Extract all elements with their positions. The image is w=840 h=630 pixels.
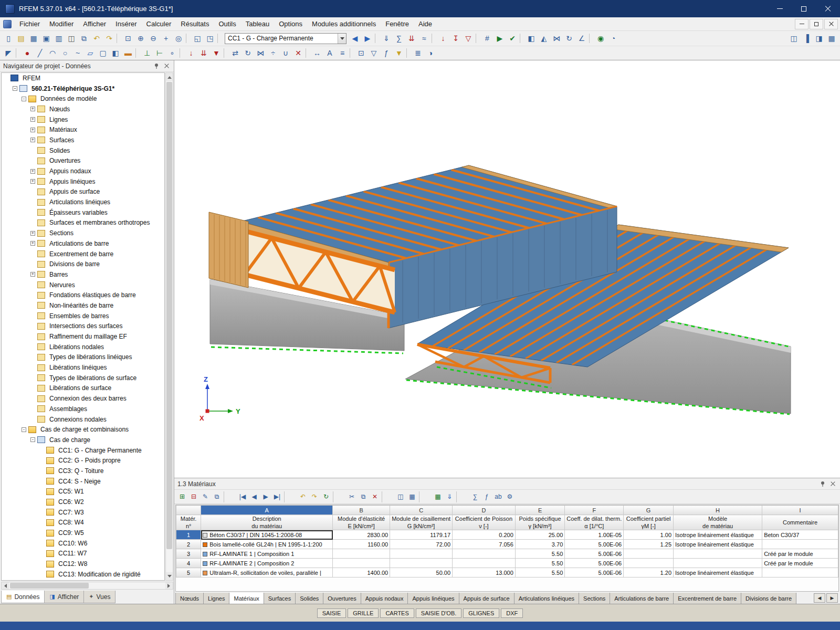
table-tab[interactable]: Appuis linéiques xyxy=(407,593,459,604)
row-number[interactable]: 3 xyxy=(176,549,201,559)
comment-cell[interactable] xyxy=(762,540,838,549)
table-tab[interactable]: Articulations linéiques xyxy=(514,593,579,604)
value-cell[interactable] xyxy=(390,549,453,559)
line-support-icon[interactable]: ⊢ xyxy=(153,47,166,59)
surface-load-icon[interactable]: ▽ xyxy=(462,33,475,45)
value-cell[interactable] xyxy=(333,549,390,559)
tree-item[interactable]: CC7: W3 xyxy=(2,507,164,518)
table-window-layout-icon[interactable]: ◳ xyxy=(204,33,216,45)
table-row[interactable]: 4RF-LAMINATE 2 | Composition 25.505.00E-… xyxy=(176,559,838,568)
tables-toggle-icon[interactable]: ▦ xyxy=(825,33,838,45)
scroll-right-button[interactable] xyxy=(165,582,173,589)
navigator-tab[interactable]: ▤ Données xyxy=(1,591,45,603)
mdi-restore-button[interactable] xyxy=(810,19,823,29)
value-cell[interactable]: 5.00E-06 xyxy=(565,559,624,568)
table-refresh-icon[interactable]: ↻ xyxy=(320,491,332,502)
table-tab[interactable]: Appuis de surface xyxy=(459,593,514,604)
table-row[interactable]: 1Béton C30/37 | DIN 1045-1:2008-082830.0… xyxy=(176,530,838,540)
table-tab[interactable]: Lignes xyxy=(203,593,229,604)
tree-item[interactable]: Libérations de surface xyxy=(2,383,164,394)
table-insert-row-icon[interactable]: ⊞ xyxy=(176,491,188,502)
value-cell[interactable] xyxy=(453,549,516,559)
rotate-icon[interactable]: ↻ xyxy=(242,47,254,59)
table-undo-icon[interactable]: ↶ xyxy=(297,491,309,502)
tree-expander[interactable]: - xyxy=(30,437,35,442)
load-cases-icon[interactable]: ⇓ xyxy=(380,33,393,45)
value-cell[interactable]: 5.00E-06 xyxy=(565,568,624,578)
table-first-icon[interactable]: |◀ xyxy=(237,491,248,502)
material-model-cell[interactable]: Isotrope linéairement élastique xyxy=(674,540,762,549)
connect-icon[interactable]: ∪ xyxy=(279,47,292,59)
status-toggle[interactable]: CARTES xyxy=(380,608,414,618)
table-tab[interactable]: Sections xyxy=(579,593,610,604)
value-cell[interactable]: 5.50 xyxy=(515,559,564,568)
table-tab[interactable]: Divisions de barre xyxy=(741,593,796,604)
tree-expander[interactable]: + xyxy=(30,138,35,142)
tree-expander[interactable]: + xyxy=(30,169,35,174)
menu-item[interactable]: Outils xyxy=(214,17,240,30)
value-cell[interactable]: 0.200 xyxy=(453,530,516,540)
tree-item[interactable]: CC1: G - Charge Permanente xyxy=(2,445,164,456)
comment-cell[interactable]: Créé par le module xyxy=(762,559,838,568)
status-toggle[interactable]: GLIGNES xyxy=(463,608,499,618)
previous-table-tab-button[interactable]: ◀ xyxy=(814,593,825,603)
value-cell[interactable]: 1.00 xyxy=(624,530,674,540)
value-cell[interactable]: 5.00E-06 xyxy=(565,549,624,559)
tree-expander[interactable]: + xyxy=(30,107,35,111)
new-solid-icon[interactable]: ◧ xyxy=(109,47,122,59)
tree-item[interactable]: Nervures xyxy=(2,280,164,290)
table-excel-icon[interactable]: ▦ xyxy=(432,491,444,502)
table-prev-icon[interactable]: ◀ xyxy=(248,491,260,502)
tree-item[interactable]: Types de libérations linéiques xyxy=(2,352,164,363)
value-cell[interactable]: 1.20 xyxy=(624,568,674,578)
tree-item[interactable]: Libérations nodales xyxy=(2,342,164,352)
tree-item[interactable]: + Nœuds xyxy=(2,104,164,114)
tree-item[interactable]: Ensembles de barres xyxy=(2,311,164,321)
load-combinations-icon[interactable]: ∑ xyxy=(393,33,405,45)
tree-item[interactable]: + Appuis linéiques xyxy=(2,176,164,187)
table-delete-row-icon[interactable]: ⊟ xyxy=(188,491,200,502)
table-import-icon[interactable]: ⇓ xyxy=(444,491,455,502)
select-icon[interactable]: ◤ xyxy=(2,47,15,59)
value-cell[interactable]: 5.50 xyxy=(515,568,564,578)
background-layers-icon[interactable]: ≣ xyxy=(412,47,424,59)
select-special-icon[interactable]: ▽ xyxy=(368,47,380,59)
status-toggle[interactable]: SAISIE D'OB. xyxy=(416,608,462,618)
navigator-tab[interactable]: ◨ Afficher xyxy=(44,591,84,603)
tree-item[interactable]: + Matériaux xyxy=(2,124,164,135)
mdi-minimize-button[interactable] xyxy=(795,19,808,29)
value-cell[interactable] xyxy=(333,559,390,568)
tree-item[interactable]: Divisions de barre xyxy=(2,259,164,269)
check-icon[interactable]: ✔ xyxy=(506,33,519,45)
scrollbar-thumb[interactable] xyxy=(10,583,89,589)
value-cell[interactable] xyxy=(390,559,453,568)
open-file-icon[interactable]: ▤ xyxy=(15,33,27,45)
tree-item[interactable]: Appuis de surface xyxy=(2,187,164,197)
tree-item[interactable]: Connexions nodales xyxy=(2,414,164,425)
table-abc-icon[interactable]: ab xyxy=(492,491,504,502)
chevron-down-icon[interactable] xyxy=(338,34,346,44)
close-panel-button[interactable] xyxy=(162,62,171,70)
fx-icon[interactable]: ƒ xyxy=(380,47,393,59)
new-surface-icon[interactable]: ▱ xyxy=(84,47,97,59)
render-icon[interactable]: ◧ xyxy=(525,33,538,45)
tree-item[interactable]: CC5: W1 xyxy=(2,487,164,497)
table-edit-icon[interactable]: ✎ xyxy=(200,491,211,502)
navigator-toggle-icon[interactable]: ◨ xyxy=(813,33,825,45)
tree-expander[interactable]: + xyxy=(30,117,35,122)
show-results-icon[interactable]: ≈ xyxy=(418,33,430,45)
renderer-icon[interactable]: ◑ xyxy=(424,47,437,59)
filter-icon[interactable]: ▼ xyxy=(393,47,405,59)
value-cell[interactable]: 1160.00 xyxy=(333,540,390,549)
3d-viewport[interactable]: Z Y X xyxy=(174,60,840,478)
tree-expander[interactable]: - xyxy=(22,427,26,432)
pin-panel-button[interactable] xyxy=(818,480,827,488)
scroll-down-button[interactable] xyxy=(166,572,173,580)
maximize-button[interactable] xyxy=(792,0,816,17)
status-toggle[interactable]: GRILLE xyxy=(348,608,379,618)
tree-item[interactable]: CC12: W8 xyxy=(2,559,164,569)
value-cell[interactable]: 1.00E-05 xyxy=(565,530,624,540)
nodal-load-icon[interactable]: ↓ xyxy=(437,33,449,45)
new-member-icon[interactable]: ▬ xyxy=(122,47,134,59)
member-hinge-icon[interactable]: ∘ xyxy=(166,47,178,59)
